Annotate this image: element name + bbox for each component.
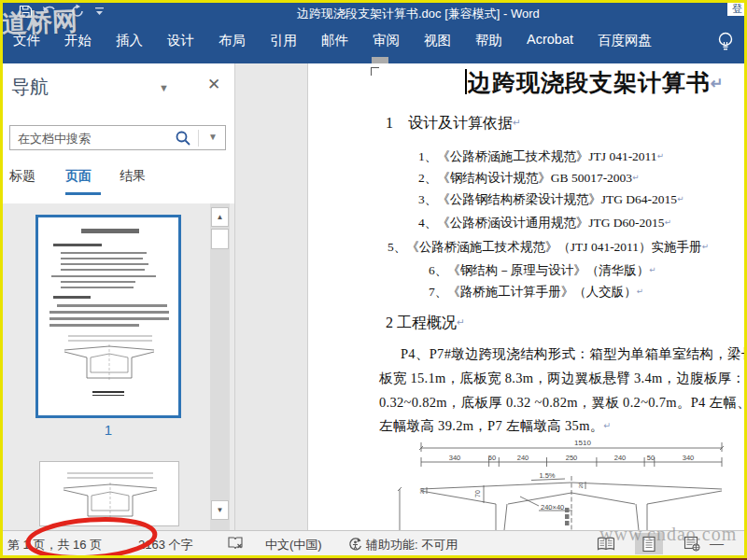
watermark-daoqiaowang: 道桥网 [1, 5, 78, 41]
svg-text:340: 340 [449, 454, 461, 462]
tab-view[interactable]: 视图 [424, 32, 451, 49]
search-icon[interactable] [175, 130, 191, 147]
search-divider [198, 130, 199, 147]
window-title: 边跨现浇段支架计算书.doc [兼容模式] - Word [297, 6, 540, 22]
nav-tab-headings[interactable]: 标题 [9, 168, 35, 185]
margin-crop-mark [371, 67, 379, 76]
nav-active-tab-underline [65, 192, 101, 195]
girder-cross-section-figure: 1510 340 50 240 250 240 50 340 [356, 435, 747, 530]
svg-text:240×40: 240×40 [541, 503, 564, 511]
doc-reference-item: 1、《公路桥涵施工技术规范》JTJ 041-2011↵ [418, 148, 664, 165]
doc-reference-item: 3、《公路钢结构桥梁设计规范》JTG D64-2015↵ [418, 191, 684, 208]
tab-mailings[interactable]: 邮件 [321, 32, 348, 49]
search-options-chevron-icon[interactable]: ▼ [208, 132, 218, 142]
svg-text:240: 240 [614, 454, 627, 462]
word-window: 边跨现浇段支架计算书.doc [兼容模式] - Word 登 文件 开始 插入 … [0, 0, 747, 560]
red-ellipse-annotation [21, 514, 162, 560]
document-heading-title: 边跨现浇段支架计算书↵ [468, 67, 725, 98]
accessibility-icon[interactable] [347, 536, 363, 554]
nav-pane-title: 导航 [11, 75, 49, 100]
page-thumbnail-1-number: 1 [35, 422, 181, 438]
navigation-pane: 导航 ▼ ✕ 在文档中搜索 ▼ 标题 页面 结果 [0, 63, 235, 530]
page-thumbnail-1[interactable] [35, 215, 181, 418]
doc-reference-item: 2、《钢结构设计规范》GB 50017-2003↵ [418, 170, 639, 187]
qat-customize-icon[interactable] [94, 5, 106, 18]
chevron-down-icon[interactable]: ▼ [159, 82, 169, 93]
doc-paragraph-line: P4、P7#墩边跨现浇结构形式：箱型为单箱单室结构，梁长 14m，梁高 4 [401, 345, 747, 363]
tab-insert[interactable]: 插入 [116, 32, 143, 49]
doc-paragraph-line: 板宽 15.1m，底板宽 8.3m，两边翼板悬臂 3.4m，边腹板厚：0.5~0… [379, 370, 747, 387]
tell-me-lightbulb-icon[interactable] [715, 30, 736, 58]
scroll-down-arrow[interactable]: ▼ [211, 500, 229, 520]
tab-design[interactable]: 设计 [167, 32, 194, 49]
document-page[interactable]: 边跨现浇段支架计算书↵ 1 设计及计算依据↵ 1、《公路桥涵施工技术规范》JTJ… [307, 63, 747, 530]
svg-text:50: 50 [488, 454, 496, 462]
svg-text:50: 50 [647, 454, 655, 462]
doc-paragraph-line: 0.32~0.82m，底板厚 0.32 ~0.82m，翼板 0.2~0.7m。P… [379, 394, 747, 412]
watermark-url: www.cndao.com [599, 524, 737, 545]
ribbon-tab-strip: 文件 开始 插入 设计 布局 引用 邮件 审阅 视图 帮助 Acrobat 百度… [13, 32, 652, 49]
pilcrow-mark: ↵ [711, 75, 725, 91]
nav-tab-pages[interactable]: 页面 [65, 168, 92, 185]
thumbnail-diagram [51, 331, 167, 385]
svg-text:340: 340 [683, 454, 695, 462]
svg-text:250: 250 [566, 454, 578, 462]
doc-reference-item: 5、《公路桥涵施工技术规范》（JTJ 041-2011）实施手册↵ [388, 239, 709, 256]
frame-border [0, 0, 3, 560]
svg-text:20: 20 [419, 487, 425, 494]
search-placeholder: 在文档中搜索 [18, 131, 91, 147]
doc-section-1-heading: 1 设计及计算依据↵ [386, 114, 521, 133]
nav-scrollbar[interactable]: ▲ ▼ [210, 203, 230, 530]
doc-paragraph-line: 左幅墩高 39.2m，P7 左幅墩高 35m。↵ [379, 417, 612, 435]
tab-help[interactable]: 帮助 [475, 32, 502, 49]
ribbon-collapse-notch [372, 57, 388, 63]
svg-text:240: 240 [517, 454, 529, 462]
text-cursor [465, 69, 467, 94]
frame-border [0, 0, 747, 3]
tab-layout[interactable]: 布局 [218, 32, 246, 49]
scrollbar-thumb[interactable] [211, 229, 229, 249]
doc-reference-item: 6、《钢结构－原理与设计》（清华版）↵ [429, 262, 656, 279]
svg-text:70: 70 [474, 490, 481, 497]
page-thumbnails-panel: 1 ▲ ▼ [0, 203, 234, 530]
svg-text:1510: 1510 [574, 439, 591, 447]
status-language[interactable]: 中文(中国) [265, 537, 322, 553]
nav-tab-results[interactable]: 结果 [120, 168, 146, 185]
status-accessibility-text[interactable]: 辅助功能: 不可用 [366, 537, 458, 553]
document-area: 边跨现浇段支架计算书↵ 1 设计及计算依据↵ 1、《公路桥涵施工技术规范》JTJ… [235, 63, 747, 530]
search-input[interactable]: 在文档中搜索 ▼ [9, 125, 226, 150]
doc-reference-item: 7、《路桥施工计算手册》（人交版）↵ [429, 284, 643, 301]
tab-review[interactable]: 审阅 [373, 32, 400, 49]
proofing-errors-icon[interactable] [227, 536, 244, 553]
tab-baidu-netdisk[interactable]: 百度网盘 [598, 32, 652, 49]
svg-text:1.5%: 1.5% [539, 471, 555, 480]
close-icon[interactable]: ✕ [207, 75, 220, 94]
doc-reference-item: 4、《公路桥涵设计通用规范》JTG D60-2015↵ [418, 215, 671, 231]
title-and-ribbon-bar: 边跨现浇段支架计算书.doc [兼容模式] - Word 登 文件 开始 插入 … [0, 0, 747, 63]
doc-section-2-heading: 2 工程概况↵ [386, 314, 465, 333]
scroll-up-arrow[interactable]: ▲ [211, 207, 229, 227]
tab-acrobat[interactable]: Acrobat [527, 32, 573, 49]
tab-references[interactable]: 引用 [270, 32, 297, 49]
svg-text:20: 20 [578, 482, 584, 488]
